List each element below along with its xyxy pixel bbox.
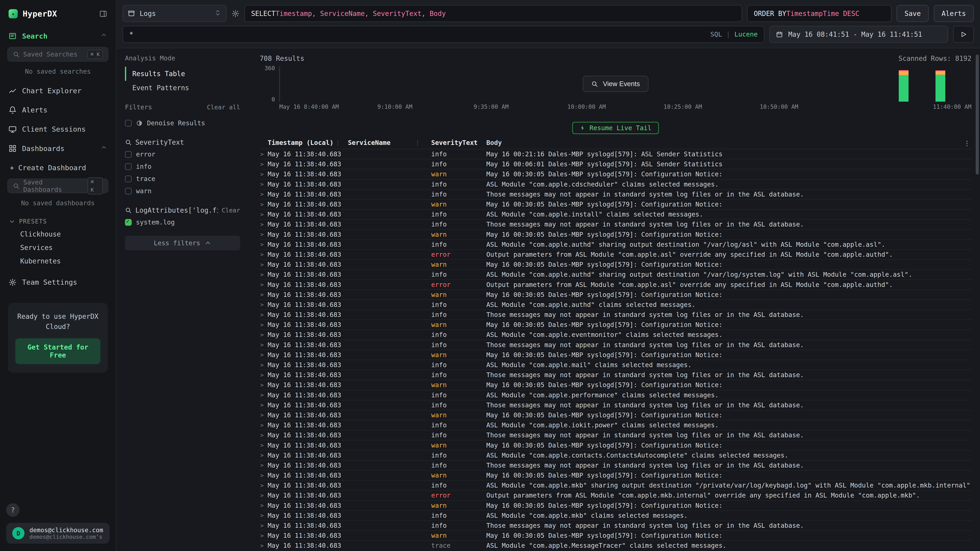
table-row[interactable]: >May 16 11:38:40.683 AMwarnMay 16 00:30:… [260, 319, 971, 329]
table-options-icon[interactable]: ⋮ [964, 140, 970, 147]
table-row[interactable]: >May 16 11:38:40.683 AMwarnMay 16 00:30:… [260, 500, 971, 510]
clear-all-link[interactable]: Clear all [207, 104, 240, 111]
sidebar-item-client-sessions[interactable]: Client Sessions [0, 119, 116, 139]
create-dashboard-button[interactable]: + Create Dashboard [0, 158, 116, 177]
select-clause-input[interactable]: SELECT Timestamp, ServiceName, SeverityT… [244, 5, 742, 22]
column-header-servicename[interactable]: ServiceName [343, 139, 423, 146]
row-expand-icon[interactable]: > [260, 482, 268, 489]
table-row[interactable]: >May 16 11:38:40.683 AMerrorOutput param… [260, 279, 971, 289]
preset-item-kubernetes[interactable]: Kubernetes [0, 254, 116, 268]
table-row[interactable]: >May 16 11:38:40.683 AMwarnMay 16 00:30:… [260, 349, 971, 360]
table-row[interactable]: >May 16 11:38:40.683 AMinfoThose message… [260, 219, 971, 229]
mode-results-table[interactable]: Results Table [125, 67, 240, 81]
row-expand-icon[interactable]: > [260, 281, 268, 288]
saved-searches-input[interactable]: Saved Searches ⌘ K [7, 47, 108, 62]
row-expand-icon[interactable]: > [260, 422, 268, 428]
table-row[interactable]: >May 16 11:38:40.683 AMinfoASL Module "c… [260, 299, 971, 310]
table-row[interactable]: >May 16 11:38:40.683 AMinfoThose message… [260, 189, 971, 199]
row-expand-icon[interactable]: > [260, 302, 268, 308]
row-expand-icon[interactable]: > [260, 241, 268, 248]
table-row[interactable]: >May 16 11:38:40.683 AMinfoASL Module "c… [260, 420, 971, 430]
table-row[interactable]: >May 16 11:38:40.683 AMwarnMay 16 00:30:… [260, 470, 971, 480]
sidebar-item-team-settings[interactable]: Team Settings [0, 273, 116, 292]
less-filters-button[interactable]: Less filters [125, 236, 240, 250]
row-expand-icon[interactable]: > [260, 392, 268, 398]
save-button[interactable]: Save [897, 5, 929, 22]
run-query-button[interactable] [953, 26, 974, 43]
saved-dashboards-input[interactable]: Saved Dashboards ⌘ K [7, 179, 108, 193]
row-expand-icon[interactable]: > [260, 412, 268, 418]
table-row[interactable]: >May 16 11:38:40.683 AMinfoASL Module "c… [260, 209, 971, 219]
table-row[interactable]: >May 16 11:38:40.683 AMwarnMay 16 00:30:… [260, 289, 971, 299]
sidebar-item-alerts[interactable]: Alerts [0, 100, 116, 119]
table-row[interactable]: >May 16 11:38:40.683 AMinfoASL Module "c… [260, 329, 971, 339]
search-query-input[interactable]: * SQL | Lucene [123, 26, 764, 43]
table-row[interactable]: >May 16 11:38:40.683 AMwarnMay 16 00:30:… [260, 410, 971, 420]
source-settings-gear-icon[interactable] [232, 10, 240, 17]
row-expand-icon[interactable]: > [260, 352, 268, 358]
table-row[interactable]: >May 16 11:38:40.683 AMinfoASL Module "c… [260, 239, 971, 249]
table-row[interactable]: >May 16 11:38:40.683 AMinfoASL Module "c… [260, 450, 971, 460]
filter-option-warn[interactable]: warn [125, 185, 240, 197]
table-row[interactable]: >May 16 11:38:40.683 AMinfoThose message… [260, 460, 971, 470]
row-expand-icon[interactable]: > [260, 472, 268, 478]
table-row[interactable]: >May 16 11:38:40.683 AMwarnMay 16 00:30:… [260, 440, 971, 450]
filter-option-error[interactable]: error [125, 148, 240, 160]
row-expand-icon[interactable]: > [260, 532, 268, 539]
language-sql-option[interactable]: SQL [710, 30, 722, 38]
row-expand-icon[interactable]: > [260, 151, 268, 157]
row-expand-icon[interactable]: > [260, 372, 268, 378]
filter-option-info[interactable]: info [125, 160, 240, 173]
table-row[interactable]: >May 16 11:38:40.683 AMwarnMay 16 00:30:… [260, 380, 971, 389]
table-row[interactable]: >May 16 11:38:40.683 AMerrorOutput param… [260, 490, 971, 500]
column-header-body[interactable]: Body [479, 139, 971, 146]
table-row[interactable]: >May 16 11:38:40.683 AMinfoThose message… [260, 430, 971, 440]
table-row[interactable]: >May 16 11:38:40.683 AMinfoASL Module "c… [260, 390, 971, 400]
table-row[interactable]: >May 16 11:38:40.683 AMwarnMay 16 00:30:… [260, 229, 971, 239]
user-menu[interactable]: D demos@clickhouse.com demos@clickhouse.… [6, 523, 110, 544]
row-expand-icon[interactable]: > [260, 322, 268, 328]
row-expand-icon[interactable]: > [260, 492, 268, 499]
table-row[interactable]: >May 16 11:38:40.683 AMinfoMay 16 00:21:… [260, 149, 971, 159]
denoise-results-checkbox[interactable]: Denoise Results [125, 117, 240, 129]
mode-event-patterns[interactable]: Event Patterns [125, 81, 240, 95]
row-expand-icon[interactable]: > [260, 442, 268, 448]
help-button[interactable]: ? [6, 503, 20, 517]
row-expand-icon[interactable]: > [260, 201, 268, 208]
histogram-bar[interactable] [899, 70, 908, 102]
table-row[interactable]: >May 16 11:38:40.683 AMwarnMay 16 00:30:… [260, 530, 971, 540]
table-row[interactable]: >May 16 11:38:40.683 AMinfoASL Module "c… [260, 480, 971, 490]
table-row[interactable]: >May 16 11:38:40.683 AMinfoThose message… [260, 370, 971, 380]
table-row[interactable]: >May 16 11:38:40.683 AMinfoThose message… [260, 520, 971, 530]
row-expand-icon[interactable]: > [260, 311, 268, 318]
row-expand-icon[interactable]: > [260, 432, 268, 438]
column-header-timestamp[interactable]: Timestamp (Local) [268, 139, 343, 146]
row-expand-icon[interactable]: > [260, 542, 268, 549]
sidebar-item-search[interactable]: Search [0, 26, 116, 46]
results-scrollbar[interactable] [976, 54, 979, 175]
view-events-button[interactable]: View Events [583, 76, 648, 92]
table-row[interactable]: >May 16 11:38:40.683 AMwarnMay 16 00:30:… [260, 199, 971, 209]
facet-clear-link[interactable]: Clear [222, 207, 240, 214]
filter-option-system.log[interactable]: system.log [125, 216, 240, 229]
row-expand-icon[interactable]: > [260, 402, 268, 408]
row-expand-icon[interactable]: > [260, 512, 268, 519]
row-expand-icon[interactable]: > [260, 171, 268, 177]
filter-option-trace[interactable]: trace [125, 173, 240, 185]
row-expand-icon[interactable]: > [260, 231, 268, 238]
table-row[interactable]: >May 16 11:38:40.683 AMinfoASL Module "c… [260, 269, 971, 279]
column-header-severitytext[interactable]: SeverityText [423, 139, 479, 146]
row-expand-icon[interactable]: > [260, 221, 268, 227]
sidebar-item-dashboards[interactable]: Dashboards [0, 139, 116, 158]
row-expand-icon[interactable]: > [260, 332, 268, 338]
alerts-button[interactable]: Alerts [934, 5, 974, 22]
presets-section-toggle[interactable]: PRESETS [0, 213, 116, 227]
table-row[interactable]: >May 16 11:38:40.683 AMinfoASL Module "c… [260, 360, 971, 370]
table-row[interactable]: >May 16 11:38:40.683 AMwarnMay 16 00:30:… [260, 259, 971, 269]
table-row[interactable]: >May 16 11:38:40.683 AMinfoASL Module "c… [260, 510, 971, 520]
row-expand-icon[interactable]: > [260, 251, 268, 257]
row-expand-icon[interactable]: > [260, 452, 268, 458]
source-select[interactable]: Logs [123, 5, 227, 22]
preset-item-services[interactable]: Services [0, 241, 116, 254]
table-row[interactable]: >May 16 11:38:40.683 AMinfoThose message… [260, 310, 971, 319]
